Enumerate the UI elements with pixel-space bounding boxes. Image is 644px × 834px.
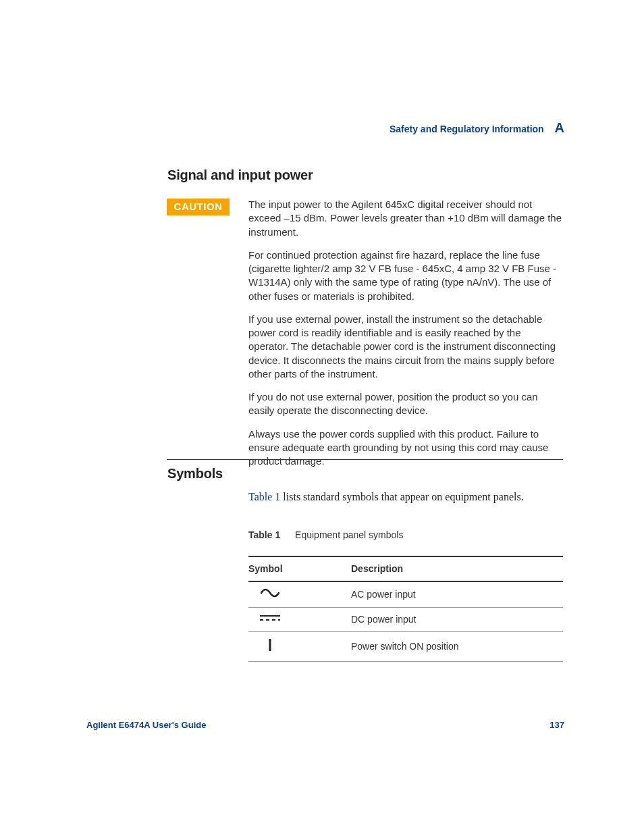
symbols-intro: Table 1 lists standard symbols that appe…: [248, 490, 532, 504]
caution-body: The input power to the Agilent 645xC dig…: [248, 198, 563, 477]
running-header: Safety and Regulatory Information A: [390, 119, 564, 137]
table-row: DC power input: [248, 607, 563, 631]
caution-paragraph: If you use external power, install the i…: [248, 313, 563, 381]
ac-power-icon: [257, 588, 284, 602]
symbol-cell: [248, 581, 351, 607]
symbol-cell: [248, 607, 351, 631]
desc-cell: DC power input: [351, 607, 563, 631]
symbols-table: Symbol Description AC power input: [248, 556, 563, 662]
guide-title: Agilent E6474A User's Guide: [86, 719, 206, 731]
col-symbol: Symbol: [248, 556, 351, 581]
section-title: Safety and Regulatory Information: [390, 124, 544, 134]
caution-paragraph: Always use the power cords supplied with…: [248, 427, 563, 469]
caution-paragraph: For continued protection against fire ha…: [248, 249, 563, 303]
table-header-row: Symbol Description: [248, 556, 563, 581]
page-footer: Agilent E6474A User's Guide 137: [86, 719, 564, 731]
caution-paragraph: If you do not use external power, positi…: [248, 390, 563, 418]
dc-power-icon: [257, 613, 284, 626]
symbols-intro-text: lists standard symbols that appear on eq…: [280, 491, 523, 502]
horizontal-rule: [167, 459, 563, 460]
heading-signal-input-power: Signal and input power: [167, 166, 313, 184]
symbol-cell: [248, 631, 351, 661]
document-page: Safety and Regulatory Information A Sign…: [0, 0, 644, 834]
desc-cell: AC power input: [351, 581, 563, 607]
caution-label: CAUTION: [167, 199, 230, 215]
table-crossref-link[interactable]: Table 1: [248, 491, 280, 502]
section-letter: A: [555, 120, 564, 135]
caution-paragraph: The input power to the Agilent 645xC dig…: [248, 198, 563, 239]
power-on-icon: [257, 637, 284, 656]
table-title: Equipment panel symbols: [295, 529, 403, 540]
col-description: Description: [351, 556, 563, 581]
desc-cell: Power switch ON position: [351, 631, 563, 661]
table-caption: Table 1 Equipment panel symbols: [248, 529, 403, 542]
table-row: Power switch ON position: [248, 631, 563, 661]
table-row: AC power input: [248, 581, 563, 607]
page-number: 137: [549, 719, 564, 731]
heading-symbols: Symbols: [167, 465, 223, 483]
table-label: Table 1: [248, 529, 280, 540]
